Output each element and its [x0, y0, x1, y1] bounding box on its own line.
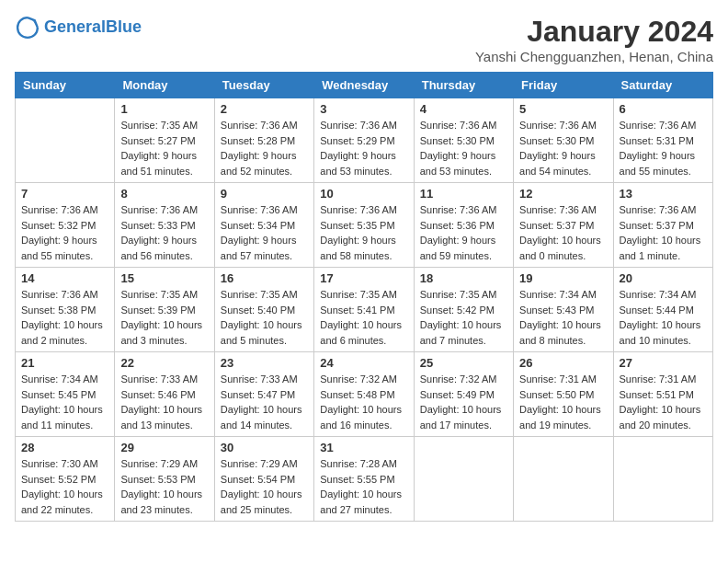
- calendar-header-sunday: Sunday: [16, 73, 115, 98]
- day-number: 5: [519, 102, 607, 116]
- day-number: 15: [120, 271, 208, 285]
- logo: GeneralBlue: [15, 15, 142, 40]
- calendar-cell: [414, 437, 513, 522]
- day-info: Sunrise: 7:35 AM Sunset: 5:41 PM Dayligh…: [320, 287, 407, 348]
- day-info: Sunrise: 7:35 AM Sunset: 5:39 PM Dayligh…: [120, 287, 208, 348]
- day-number: 28: [21, 441, 108, 454]
- day-info: Sunrise: 7:35 AM Sunset: 5:40 PM Dayligh…: [221, 287, 308, 348]
- logo-general: General: [44, 17, 106, 36]
- day-number: 22: [120, 356, 208, 370]
- calendar-cell: 27Sunrise: 7:31 AM Sunset: 5:51 PM Dayli…: [613, 352, 712, 437]
- calendar-cell: 5Sunrise: 7:36 AM Sunset: 5:30 PM Daylig…: [514, 98, 613, 183]
- day-number: 12: [519, 187, 607, 201]
- day-number: 27: [620, 356, 707, 370]
- calendar-cell: 2Sunrise: 7:36 AM Sunset: 5:28 PM Daylig…: [214, 98, 313, 183]
- calendar-week-row: 14Sunrise: 7:36 AM Sunset: 5:38 PM Dayli…: [16, 268, 713, 352]
- day-info: Sunrise: 7:34 AM Sunset: 5:44 PM Dayligh…: [620, 287, 707, 348]
- day-info: Sunrise: 7:34 AM Sunset: 5:45 PM Dayligh…: [21, 372, 108, 432]
- day-number: 20: [620, 271, 707, 285]
- day-number: 18: [420, 271, 507, 285]
- calendar-week-row: 28Sunrise: 7:30 AM Sunset: 5:52 PM Dayli…: [16, 437, 713, 522]
- day-number: 23: [221, 356, 308, 370]
- day-info: Sunrise: 7:36 AM Sunset: 5:35 PM Dayligh…: [320, 202, 407, 263]
- day-number: 17: [320, 271, 407, 285]
- day-info: Sunrise: 7:28 AM Sunset: 5:55 PM Dayligh…: [320, 456, 407, 517]
- day-info: Sunrise: 7:33 AM Sunset: 5:46 PM Dayligh…: [120, 372, 208, 432]
- calendar-cell: 13Sunrise: 7:36 AM Sunset: 5:37 PM Dayli…: [613, 183, 712, 268]
- page-header: GeneralBlue January 2024 Yanshi Chenggua…: [15, 15, 713, 64]
- title-block: January 2024 Yanshi Chengguanzhen, Henan…: [475, 15, 713, 64]
- day-info: Sunrise: 7:32 AM Sunset: 5:49 PM Dayligh…: [420, 372, 507, 432]
- day-info: Sunrise: 7:31 AM Sunset: 5:50 PM Dayligh…: [519, 372, 607, 432]
- day-info: Sunrise: 7:36 AM Sunset: 5:30 PM Dayligh…: [519, 118, 607, 178]
- day-number: 6: [620, 102, 707, 116]
- day-info: Sunrise: 7:36 AM Sunset: 5:33 PM Dayligh…: [120, 202, 208, 263]
- calendar-cell: 12Sunrise: 7:36 AM Sunset: 5:37 PM Dayli…: [514, 183, 613, 268]
- calendar-cell: 15Sunrise: 7:35 AM Sunset: 5:39 PM Dayli…: [115, 268, 214, 352]
- calendar-cell: 29Sunrise: 7:29 AM Sunset: 5:53 PM Dayli…: [115, 437, 214, 522]
- calendar-header-wednesday: Wednesday: [314, 73, 414, 98]
- calendar-cell: 25Sunrise: 7:32 AM Sunset: 5:49 PM Dayli…: [414, 352, 513, 437]
- day-info: Sunrise: 7:36 AM Sunset: 5:38 PM Dayligh…: [21, 287, 108, 348]
- calendar-cell: 23Sunrise: 7:33 AM Sunset: 5:47 PM Dayli…: [214, 352, 313, 437]
- calendar-cell: 16Sunrise: 7:35 AM Sunset: 5:40 PM Dayli…: [214, 268, 313, 352]
- main-title: January 2024: [475, 15, 713, 49]
- calendar-cell: 4Sunrise: 7:36 AM Sunset: 5:30 PM Daylig…: [414, 98, 513, 183]
- day-info: Sunrise: 7:35 AM Sunset: 5:42 PM Dayligh…: [420, 287, 507, 348]
- day-number: 7: [21, 187, 108, 201]
- calendar-cell: 26Sunrise: 7:31 AM Sunset: 5:50 PM Dayli…: [514, 352, 613, 437]
- day-info: Sunrise: 7:36 AM Sunset: 5:37 PM Dayligh…: [519, 202, 607, 263]
- day-number: 25: [420, 356, 507, 370]
- day-info: Sunrise: 7:36 AM Sunset: 5:28 PM Dayligh…: [221, 118, 308, 178]
- day-info: Sunrise: 7:36 AM Sunset: 5:34 PM Dayligh…: [221, 202, 308, 263]
- calendar-cell: 31Sunrise: 7:28 AM Sunset: 5:55 PM Dayli…: [314, 437, 414, 522]
- day-number: 30: [221, 441, 308, 454]
- calendar-cell: 19Sunrise: 7:34 AM Sunset: 5:43 PM Dayli…: [514, 268, 613, 352]
- day-number: 9: [221, 187, 308, 201]
- day-info: Sunrise: 7:29 AM Sunset: 5:53 PM Dayligh…: [120, 456, 208, 517]
- day-info: Sunrise: 7:30 AM Sunset: 5:52 PM Dayligh…: [21, 456, 108, 517]
- day-info: Sunrise: 7:31 AM Sunset: 5:51 PM Dayligh…: [620, 372, 707, 432]
- calendar-cell: 30Sunrise: 7:29 AM Sunset: 5:54 PM Dayli…: [214, 437, 313, 522]
- calendar-cell: 22Sunrise: 7:33 AM Sunset: 5:46 PM Dayli…: [115, 352, 214, 437]
- day-number: 19: [519, 271, 607, 285]
- calendar-cell: 1Sunrise: 7:35 AM Sunset: 5:27 PM Daylig…: [115, 98, 214, 183]
- calendar-cell: 14Sunrise: 7:36 AM Sunset: 5:38 PM Dayli…: [16, 268, 115, 352]
- calendar-cell: 11Sunrise: 7:36 AM Sunset: 5:36 PM Dayli…: [414, 183, 513, 268]
- calendar-cell: 18Sunrise: 7:35 AM Sunset: 5:42 PM Dayli…: [414, 268, 513, 352]
- calendar-cell: [514, 437, 613, 522]
- logo-text: GeneralBlue: [44, 18, 142, 37]
- logo-icon: [15, 15, 40, 40]
- calendar-header-tuesday: Tuesday: [214, 73, 313, 98]
- calendar-cell: 28Sunrise: 7:30 AM Sunset: 5:52 PM Dayli…: [16, 437, 115, 522]
- day-number: 26: [519, 356, 607, 370]
- calendar-week-row: 7Sunrise: 7:36 AM Sunset: 5:32 PM Daylig…: [16, 183, 713, 268]
- calendar-cell: 3Sunrise: 7:36 AM Sunset: 5:29 PM Daylig…: [314, 98, 414, 183]
- day-number: 16: [221, 271, 308, 285]
- calendar-header-row: SundayMondayTuesdayWednesdayThursdayFrid…: [16, 73, 713, 98]
- day-number: 21: [21, 356, 108, 370]
- day-info: Sunrise: 7:32 AM Sunset: 5:48 PM Dayligh…: [320, 372, 407, 432]
- day-number: 3: [320, 102, 407, 116]
- day-info: Sunrise: 7:34 AM Sunset: 5:43 PM Dayligh…: [519, 287, 607, 348]
- calendar-header-thursday: Thursday: [414, 73, 513, 98]
- calendar-header-friday: Friday: [514, 73, 613, 98]
- day-info: Sunrise: 7:33 AM Sunset: 5:47 PM Dayligh…: [221, 372, 308, 432]
- day-number: 10: [320, 187, 407, 201]
- day-info: Sunrise: 7:36 AM Sunset: 5:32 PM Dayligh…: [21, 202, 108, 263]
- calendar-cell: [613, 437, 712, 522]
- day-number: 11: [420, 187, 507, 201]
- calendar-header-saturday: Saturday: [613, 73, 712, 98]
- calendar-cell: 8Sunrise: 7:36 AM Sunset: 5:33 PM Daylig…: [115, 183, 214, 268]
- day-number: 2: [221, 102, 308, 116]
- calendar-header-monday: Monday: [115, 73, 214, 98]
- subtitle: Yanshi Chengguanzhen, Henan, China: [475, 49, 713, 64]
- calendar-table: SundayMondayTuesdayWednesdayThursdayFrid…: [15, 72, 713, 522]
- day-info: Sunrise: 7:36 AM Sunset: 5:31 PM Dayligh…: [620, 118, 707, 178]
- calendar-cell: 20Sunrise: 7:34 AM Sunset: 5:44 PM Dayli…: [613, 268, 712, 352]
- calendar-cell: 10Sunrise: 7:36 AM Sunset: 5:35 PM Dayli…: [314, 183, 414, 268]
- day-number: 31: [320, 441, 407, 454]
- day-number: 29: [120, 441, 208, 454]
- calendar-week-row: 21Sunrise: 7:34 AM Sunset: 5:45 PM Dayli…: [16, 352, 713, 437]
- day-number: 4: [420, 102, 507, 116]
